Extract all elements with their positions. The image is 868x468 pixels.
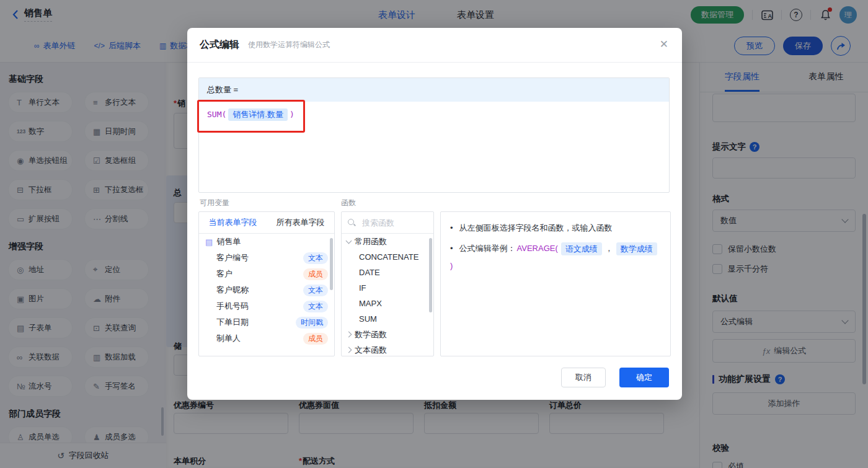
function-item[interactable]: MAPX [342, 296, 433, 311]
formula-close-paren: ) [290, 110, 294, 119]
function-item[interactable]: DATE [342, 265, 433, 280]
tab-current-form-fields[interactable]: 当前表单字段 [199, 212, 267, 233]
variable-row[interactable]: 制单人成员 [199, 330, 334, 347]
tip-line-1: • 从左侧面板选择字段名和函数，或输入函数 [450, 220, 661, 236]
variable-row[interactable]: 客户昵称文本 [199, 282, 334, 298]
functions-scrollbar[interactable] [429, 238, 432, 312]
type-badge: 成员 [303, 333, 328, 345]
formula-target: 总数量 = [199, 78, 669, 102]
function-item[interactable]: CONCATENATE [342, 249, 433, 265]
function-item[interactable]: IF [342, 280, 433, 296]
functions-label: 函数 [341, 198, 356, 208]
chevron-down-icon [346, 237, 352, 244]
chevron-right-icon [346, 332, 352, 338]
variable-row[interactable]: 客户编号文本 [199, 250, 334, 266]
functions-panel: 常用函数 CONCATENATE DATE IF MAPX SUM 数学函数 文… [341, 211, 434, 356]
modal-title: 公式编辑 [200, 38, 239, 51]
variables-panel: 当前表单字段 所有表单字段 ▤ 销售单 客户编号文本 客户成员 客户昵称文本 手… [198, 211, 335, 356]
function-group-common[interactable]: 常用函数 [342, 234, 433, 249]
variables-scrollbar[interactable] [330, 238, 333, 290]
chevron-right-icon [346, 347, 352, 353]
function-search-input[interactable] [361, 218, 425, 228]
tree-root-form[interactable]: ▤ 销售单 [199, 234, 334, 250]
close-icon[interactable]: ✕ [660, 38, 668, 51]
example-field-pill: 语文成绩 [561, 242, 602, 255]
bullet: • [450, 241, 453, 257]
type-badge: 文本 [303, 301, 328, 312]
type-badge: 文本 [303, 252, 328, 264]
function-search[interactable] [342, 212, 433, 234]
function-item[interactable]: SUM [342, 311, 433, 327]
cancel-button[interactable]: 取消 [561, 368, 606, 387]
formula-editor[interactable]: 总数量 = SUM(销售详情.数量) [198, 77, 670, 193]
confirm-button[interactable]: 确定 [619, 368, 669, 387]
formula-expression[interactable]: SUM(销售详情.数量) [199, 102, 669, 128]
app-screen: 销售单 表单设计 表单设置 数据管理 A ? 理 ∞表单外链 </>后端脚本 ▥… [0, 0, 868, 468]
formula-editor-modal: 公式编辑 使用数学运算符编辑公式 ✕ 总数量 = SUM(销售详情.数量) 可用… [187, 28, 682, 400]
type-badge: 时间戳 [296, 317, 328, 329]
function-group-math[interactable]: 数学函数 [342, 327, 433, 342]
formula-function: SUM( [207, 110, 226, 119]
function-group-text[interactable]: 文本函数 [342, 342, 433, 356]
example-close-paren: ) [450, 258, 453, 274]
modal-subtitle: 使用数学运算符编辑公式 [248, 40, 330, 50]
variable-row[interactable]: 手机号码文本 [199, 298, 334, 314]
tips-panel: • 从左侧面板选择字段名和函数，或输入函数 • 公式编辑举例：AVERAGE(语… [440, 211, 671, 356]
search-icon [348, 219, 356, 227]
variable-row[interactable]: 客户成员 [199, 266, 334, 282]
type-badge: 成员 [303, 268, 328, 280]
formula-field-pill[interactable]: 销售详情.数量 [228, 108, 288, 121]
example-function: AVERAGE( [517, 241, 558, 257]
type-badge: 文本 [303, 285, 328, 296]
variable-row[interactable]: 下单日期时间戳 [199, 314, 334, 330]
variables-label: 可用变量 [200, 198, 229, 208]
tip-line-2: • 公式编辑举例：AVERAGE(语文成绩，数学成绩) [450, 241, 661, 274]
bullet: • [450, 220, 453, 236]
tab-all-form-fields[interactable]: 所有表单字段 [267, 212, 334, 233]
form-doc-icon: ▤ [205, 237, 213, 247]
example-field-pill: 数学成绩 [616, 242, 657, 255]
